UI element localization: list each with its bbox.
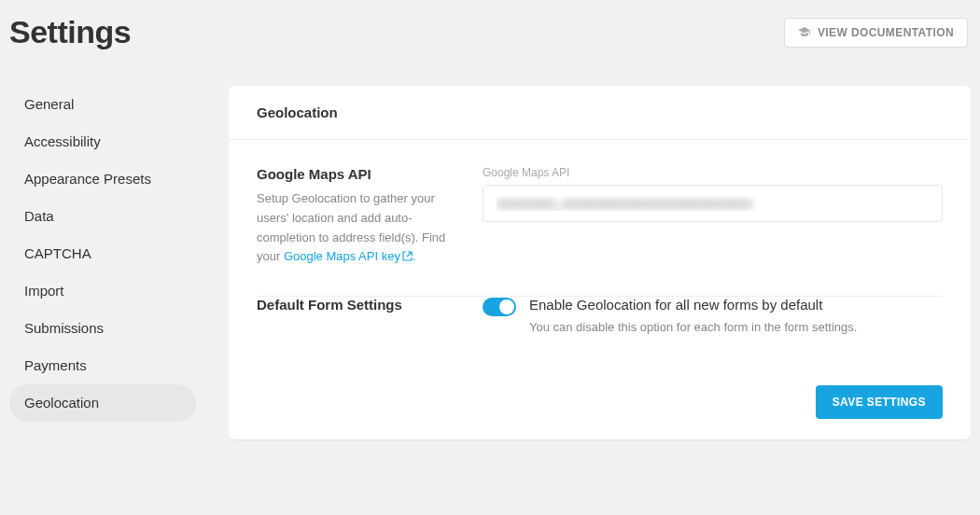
sidebar-item-payments[interactable]: Payments (9, 347, 196, 384)
view-documentation-button[interactable]: VIEW DOCUMENTATION (784, 18, 968, 48)
panel-header: Geolocation (229, 86, 971, 140)
enable-geolocation-toggle-sublabel: You can disable this option for each for… (529, 320, 857, 334)
section-default-form-settings: Default Form Settings Enable Geolocation… (257, 297, 943, 362)
google-maps-api-description: Setup Geolocation to gather your users' … (257, 189, 462, 268)
default-form-settings-heading: Default Form Settings (257, 297, 462, 313)
enable-geolocation-toggle[interactable] (483, 298, 516, 316)
google-maps-api-heading: Google Maps API (257, 166, 462, 182)
sidebar-item-general[interactable]: General (9, 86, 196, 123)
settings-panel: Geolocation Google Maps API Setup Geoloc… (229, 86, 971, 439)
settings-sidebar: General Accessibility Appearance Presets… (9, 86, 196, 422)
sidebar-item-data[interactable]: Data (9, 198, 196, 235)
sidebar-item-submissions[interactable]: Submissions (9, 310, 196, 347)
external-link-icon (402, 250, 413, 264)
google-maps-api-input[interactable] (483, 185, 943, 222)
page-title: Settings (9, 14, 131, 50)
sidebar-item-appearance-presets[interactable]: Appearance Presets (9, 160, 196, 198)
enable-geolocation-toggle-label: Enable Geolocation for all new forms by … (529, 297, 857, 313)
sidebar-item-geolocation[interactable]: Geolocation (9, 384, 196, 422)
page-header: Settings VIEW DOCUMENTATION (9, 9, 971, 50)
google-maps-api-field-label: Google Maps API (483, 166, 943, 179)
section-google-maps-api: Google Maps API Setup Geolocation to gat… (257, 166, 943, 296)
google-maps-api-key-link[interactable]: Google Maps API key (284, 249, 413, 263)
api-desc-suffix: . (413, 249, 416, 263)
api-link-text: Google Maps API key (284, 249, 400, 263)
save-settings-button[interactable]: SAVE SETTINGS (816, 385, 943, 419)
panel-title: Geolocation (257, 104, 943, 120)
view-documentation-label: VIEW DOCUMENTATION (818, 26, 954, 39)
graduation-cap-icon (798, 27, 811, 37)
sidebar-item-import[interactable]: Import (9, 272, 196, 310)
sidebar-item-accessibility[interactable]: Accessibility (9, 123, 196, 160)
sidebar-item-captcha[interactable]: CAPTCHA (9, 235, 196, 272)
